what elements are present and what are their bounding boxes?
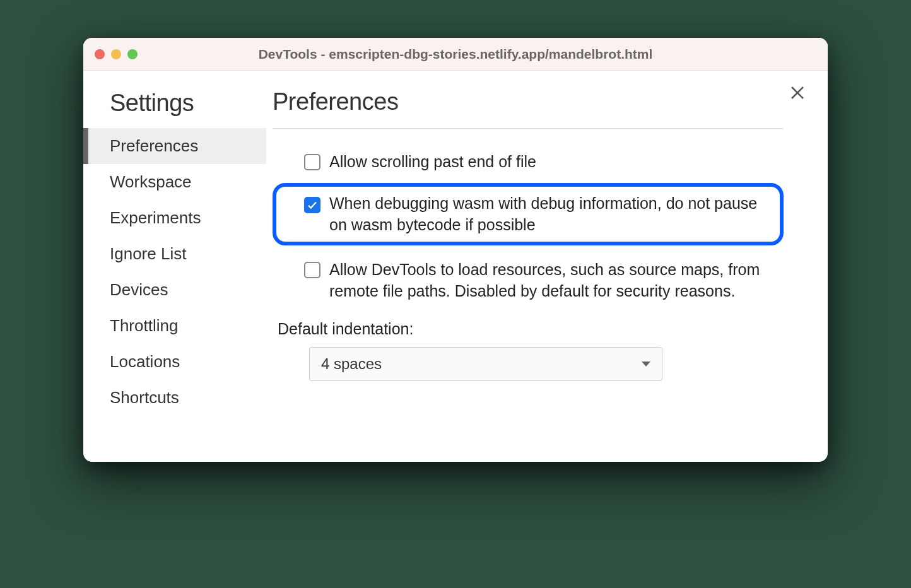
minimize-window-button[interactable]	[111, 49, 121, 59]
settings-sidebar: Settings PreferencesWorkspaceExperiments…	[83, 71, 266, 462]
default-indentation-label: Default indentation:	[278, 320, 784, 338]
traffic-lights	[95, 49, 138, 59]
window-body: Settings PreferencesWorkspaceExperiments…	[83, 71, 828, 462]
maximize-window-button[interactable]	[127, 49, 138, 59]
close-window-button[interactable]	[95, 49, 105, 59]
checkbox-label: When debugging wasm with debug informati…	[329, 193, 768, 236]
preferences-panel: Preferences Allow scrolling past end of …	[266, 71, 828, 462]
sidebar-item-shortcuts[interactable]: Shortcuts	[83, 380, 266, 416]
sidebar-item-throttling[interactable]: Throttling	[83, 308, 266, 344]
sidebar-item-preferences[interactable]: Preferences	[83, 128, 266, 164]
select-value: 4 spaces	[321, 355, 382, 373]
sidebar-title: Settings	[83, 90, 266, 128]
sidebar-item-ignore-list[interactable]: Ignore List	[83, 236, 266, 272]
default-indentation-select[interactable]: 4 spaces	[309, 347, 662, 381]
sidebar-item-workspace[interactable]: Workspace	[83, 164, 266, 200]
checkbox-label: Allow DevTools to load resources, such a…	[329, 259, 784, 302]
close-settings-button[interactable]	[790, 85, 805, 103]
preference-option: Allow scrolling past end of file	[273, 146, 784, 178]
window-title: DevTools - emscripten-dbg-stories.netlif…	[83, 47, 828, 62]
check-icon	[307, 199, 318, 211]
preference-option: When debugging wasm with debug informati…	[273, 183, 784, 246]
sidebar-item-experiments[interactable]: Experiments	[83, 200, 266, 236]
checkbox-label: Allow scrolling past end of file	[329, 151, 536, 173]
sidebar-item-locations[interactable]: Locations	[83, 344, 266, 380]
titlebar: DevTools - emscripten-dbg-stories.netlif…	[83, 38, 828, 71]
checkbox[interactable]	[304, 154, 320, 170]
close-icon	[790, 85, 805, 100]
preference-option: Allow DevTools to load resources, such a…	[273, 254, 784, 307]
devtools-settings-window: DevTools - emscripten-dbg-stories.netlif…	[83, 38, 828, 462]
chevron-down-icon	[642, 362, 650, 367]
checkbox[interactable]	[304, 262, 320, 278]
checkbox[interactable]	[304, 197, 320, 213]
sidebar-item-devices[interactable]: Devices	[83, 272, 266, 308]
page-title: Preferences	[273, 88, 784, 129]
